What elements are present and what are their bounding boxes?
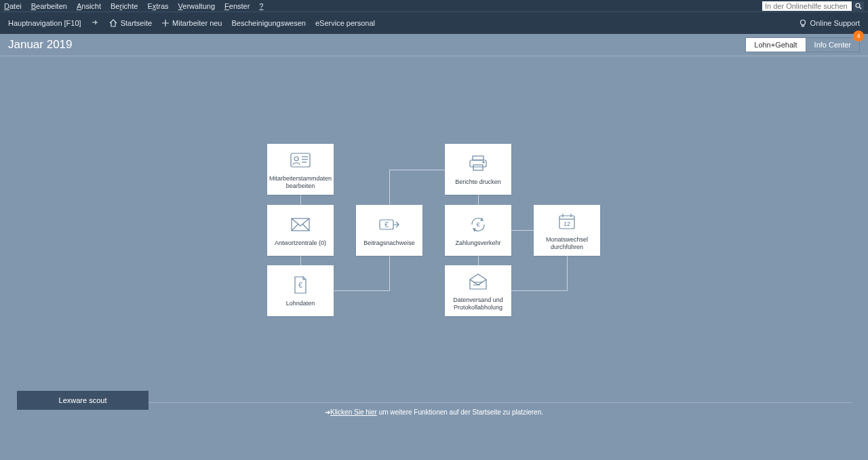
svg-text:12: 12 — [564, 221, 570, 227]
svg-point-11 — [483, 161, 484, 163]
svg-rect-3 — [291, 153, 310, 167]
svg-point-0 — [856, 3, 860, 7]
menu-berichte[interactable]: Berichte — [111, 2, 138, 10]
online-support-button[interactable]: Online Support — [798, 18, 860, 28]
card-label: Antwortzentrale (0) — [275, 239, 326, 246]
connector — [300, 195, 301, 205]
connector — [300, 256, 301, 265]
euro-send-icon: € — [378, 214, 400, 235]
calendar-icon: 12 — [556, 210, 578, 232]
svg-line-1 — [860, 7, 862, 9]
card-print-reports[interactable]: Berichte drucken — [445, 144, 511, 195]
printer-icon — [467, 153, 489, 174]
bulb-icon — [798, 18, 808, 28]
connector — [478, 256, 479, 265]
svg-point-4 — [294, 157, 298, 161]
svg-rect-10 — [473, 165, 483, 170]
card-label: Monatswechsel durchführen — [536, 236, 597, 250]
pin-icon[interactable] — [91, 18, 99, 28]
workflow-area: Mitarbeiterstammdaten bearbeiten Bericht… — [0, 56, 868, 426]
card-label: Mitarbeiterstammdaten bearbeiten — [269, 175, 332, 189]
footer-link[interactable]: Klicken Sie hier — [330, 408, 377, 416]
euro-refresh-icon: € — [467, 214, 489, 235]
card-employee-master-data[interactable]: Mitarbeiterstammdaten bearbeiten — [267, 144, 334, 195]
card-payment[interactable]: € Zahlungsverkehr — [445, 205, 511, 256]
svg-text:€: € — [384, 221, 389, 229]
plus-icon — [161, 19, 170, 27]
card-wage-data[interactable]: € Lohndaten — [267, 265, 334, 316]
main-navigation-toggle[interactable]: Hauptnavigation [F10] — [8, 19, 81, 27]
card-response-center[interactable]: Antwortzentrale (0) — [267, 205, 334, 256]
envelope-open-icon — [467, 271, 489, 292]
card-label: Lohndaten — [286, 300, 315, 307]
home-label: Startseite — [121, 19, 152, 27]
menu-bearbeiten[interactable]: Bearbeiten — [31, 2, 67, 10]
menu-extras[interactable]: Extras — [147, 2, 168, 10]
connector — [478, 195, 479, 205]
online-support-label: Online Support — [810, 19, 860, 27]
menu-verwaltung[interactable]: Verwaltung — [178, 2, 215, 10]
connector — [511, 230, 534, 231]
toolbar: Hauptnavigation [F10] Startseite Mitarbe… — [0, 12, 868, 34]
page-header: Januar 2019 Lohn+Gehalt Info Center 4 — [0, 34, 868, 56]
tab-info-center[interactable]: Info Center — [806, 37, 860, 52]
id-card-icon — [290, 149, 311, 171]
menu-help[interactable]: ? — [259, 2, 263, 10]
footer-rest: um weitere Funktionen auf der Startseite… — [377, 408, 543, 416]
lexware-scout-button[interactable]: Lexware scout — [17, 391, 149, 410]
card-label: Berichte drucken — [455, 178, 501, 185]
envelope-icon — [290, 214, 311, 235]
cert-link[interactable]: Bescheinigungswesen — [231, 19, 305, 27]
card-label: Datenversand und Protokollabholung — [448, 296, 509, 311]
menu-datei[interactable]: Datei — [4, 2, 22, 10]
card-contribution-statements[interactable]: € Beitragsnachweise — [356, 205, 422, 256]
svg-rect-8 — [473, 156, 484, 160]
home-icon — [108, 18, 118, 28]
tab-bar: Lohn+Gehalt Info Center 4 — [746, 37, 860, 52]
arrow-icon: ➔ — [325, 408, 330, 416]
menu-bar: Datei Bearbeiten Ansicht Berichte Extras… — [0, 0, 868, 12]
search-button[interactable] — [853, 1, 864, 11]
home-button[interactable]: Startseite — [108, 18, 152, 28]
card-label: Beitragsnachweise — [363, 239, 415, 246]
new-employee-button[interactable]: Mitarbeiter neu — [161, 19, 222, 27]
menu-fenster[interactable]: Fenster — [224, 2, 250, 10]
svg-point-2 — [800, 20, 805, 25]
new-employee-label: Mitarbeiter neu — [172, 19, 222, 27]
info-center-badge: 4 — [853, 31, 864, 41]
eservice-link[interactable]: eService personal — [315, 19, 375, 27]
connector — [567, 256, 568, 291]
menu-ansicht[interactable]: Ansicht — [77, 2, 101, 10]
connector — [389, 170, 445, 170]
connector — [389, 256, 390, 291]
search-icon — [855, 3, 862, 9]
connector — [334, 290, 389, 291]
card-label: Zahlungsverkehr — [455, 239, 500, 246]
euro-document-icon: € — [290, 274, 311, 296]
search-input[interactable] — [762, 1, 852, 11]
card-month-end[interactable]: 12 Monatswechsel durchführen — [534, 205, 600, 256]
tab-lohn-gehalt[interactable]: Lohn+Gehalt — [745, 37, 806, 52]
page-title: Januar 2019 — [8, 38, 73, 52]
connector — [511, 290, 567, 291]
connector — [389, 170, 390, 205]
svg-text:€: € — [476, 221, 479, 228]
card-data-transfer[interactable]: Datenversand und Protokollabholung — [445, 265, 511, 316]
svg-text:€: € — [298, 282, 302, 289]
